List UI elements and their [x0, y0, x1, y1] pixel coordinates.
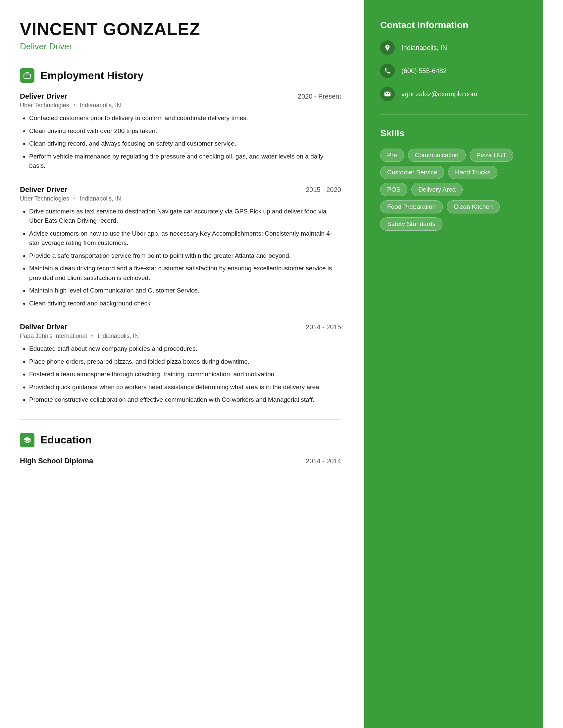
- job-bullets-3: Educated staff about new company policie…: [20, 344, 341, 405]
- contact-section-title: Contact Information: [380, 20, 527, 30]
- contact-email: vgonzalez@example.com: [380, 87, 527, 101]
- job-dates-2: 2015 - 2020: [306, 186, 341, 194]
- job-dates-1: 2020 - Present: [298, 93, 341, 100]
- skill-tag-6: Delivery Area: [411, 183, 463, 196]
- candidate-name: VINCENT GONZALEZ: [20, 20, 341, 39]
- job-title-3: Deliver Driver: [20, 323, 67, 331]
- company-name-1: Uber Technologies: [20, 102, 69, 109]
- bullet-2-3: Provide a safe transportation service fr…: [29, 251, 341, 261]
- job-bullets-2: Drive customers as taxi service to desti…: [20, 207, 341, 308]
- job-block-2: Deliver Driver 2015 - 2020 Uber Technolo…: [20, 185, 341, 308]
- company-location-3: Indianapolis, IN: [98, 333, 139, 339]
- candidate-title: Deliver Driver: [20, 41, 341, 52]
- bullet-1-3: Clean driving record, and always focusin…: [29, 139, 341, 149]
- job-header-2: Deliver Driver 2015 - 2020: [20, 185, 341, 194]
- skill-tag-9: Safety Standards: [380, 217, 443, 231]
- skills-grid: PreCommunicationPizza HUTCustomer Servic…: [380, 149, 527, 231]
- sidebar: Contact Information Indianapolis, IN (60…: [364, 0, 543, 728]
- skill-tag-1: Communication: [408, 149, 466, 162]
- bullet-2-5: Maintain high level of Communication and…: [29, 286, 341, 296]
- location-icon: [380, 40, 395, 55]
- job-company-2: Uber Technologies • Indianapolis, IN: [20, 195, 341, 202]
- separator-3: •: [91, 333, 93, 339]
- skill-tag-0: Pre: [380, 149, 404, 162]
- bullet-1-2: Clean driving record with over 200 trips…: [29, 126, 341, 136]
- bullet-3-5: Promote constructive collaboration and e…: [29, 395, 341, 405]
- education-section-title: Education: [40, 434, 92, 446]
- edu-dates-1: 2014 - 2014: [306, 457, 341, 465]
- edu-block-1: High School Diploma 2014 - 2014: [20, 457, 341, 465]
- skill-tag-8: Clean Kitchen: [447, 200, 500, 213]
- company-location-2: Indianapolis, IN: [80, 195, 121, 202]
- job-bullets-1: Contacted customers prior to delivery to…: [20, 114, 341, 171]
- contact-phone-text: (600) 555-6482: [401, 64, 447, 75]
- phone-icon: [380, 64, 395, 78]
- employment-icon: [20, 68, 34, 83]
- edu-degree-1: High School Diploma: [20, 457, 93, 465]
- job-company-3: Papa John's International • Indianapolis…: [20, 333, 341, 340]
- separator-1: •: [73, 102, 75, 109]
- bullet-1-1: Contacted customers prior to delivery to…: [29, 114, 341, 123]
- main-content: VINCENT GONZALEZ Deliver Driver Employme…: [0, 0, 364, 728]
- sidebar-divider: [380, 114, 527, 115]
- employment-section-title: Employment History: [40, 69, 143, 82]
- contact-location-text: Indianapolis, IN: [401, 40, 447, 52]
- company-name-2: Uber Technologies: [20, 195, 69, 202]
- job-header-1: Deliver Driver 2020 - Present: [20, 92, 341, 101]
- job-title-2: Deliver Driver: [20, 185, 67, 194]
- company-location-1: Indianapolis, IN: [80, 102, 121, 109]
- job-header-3: Deliver Driver 2014 - 2015: [20, 323, 341, 331]
- job-block-3: Deliver Driver 2014 - 2015 Papa John's I…: [20, 323, 341, 405]
- job-title-1: Deliver Driver: [20, 92, 67, 101]
- bullet-2-4: Maintain a clean driving record and a fi…: [29, 264, 341, 283]
- skill-tag-5: POS: [380, 183, 407, 196]
- employment-section-header: Employment History: [20, 68, 341, 83]
- skills-section-title: Skills: [380, 128, 527, 139]
- company-name-3: Papa John's International: [20, 333, 87, 339]
- email-icon: [380, 87, 395, 101]
- education-icon: [20, 433, 34, 447]
- bullet-3-3: Fostered a team atmosphere through coach…: [29, 370, 341, 379]
- skill-tag-7: Food Preparation: [380, 200, 443, 213]
- bullet-1-4: Perform vehicle maintenance by regulatin…: [29, 152, 341, 171]
- section-divider: [20, 419, 341, 420]
- bullet-3-4: Provided quick guidance when co workers …: [29, 383, 341, 392]
- bullet-2-1: Drive customers as taxi service to desti…: [29, 207, 341, 226]
- bullet-2-6: Clean driving record and background chec…: [29, 299, 341, 308]
- edu-header-1: High School Diploma 2014 - 2014: [20, 457, 341, 465]
- job-company-1: Uber Technologies • Indianapolis, IN: [20, 102, 341, 109]
- bullet-3-1: Educated staff about new company policie…: [29, 344, 341, 354]
- job-dates-3: 2014 - 2015: [306, 323, 341, 331]
- job-block-1: Deliver Driver 2020 - Present Uber Techn…: [20, 92, 341, 171]
- bullet-3-2: Place phone orders, prepared pizzas, and…: [29, 357, 341, 367]
- separator-2: •: [73, 195, 75, 202]
- skill-tag-3: Customer Service: [380, 166, 444, 179]
- bullet-2-2: Advise customers on how to use the Uber …: [29, 229, 341, 248]
- contact-location: Indianapolis, IN: [380, 40, 527, 55]
- contact-email-text: vgonzalez@example.com: [401, 87, 477, 99]
- education-section-header: Education: [20, 433, 341, 447]
- skill-tag-4: Hand Trucks: [448, 166, 497, 179]
- skill-tag-2: Pizza HUT: [470, 149, 514, 162]
- skills-section: Skills PreCommunicationPizza HUTCustomer…: [380, 128, 527, 231]
- contact-phone: (600) 555-6482: [380, 64, 527, 78]
